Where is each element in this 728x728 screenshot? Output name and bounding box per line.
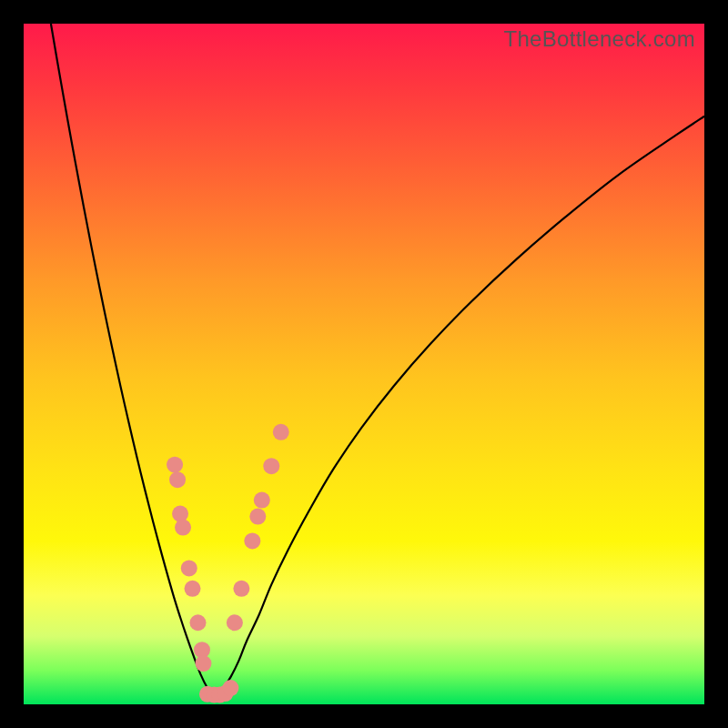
data-marker [244,532,260,549]
data-marker [189,614,206,631]
data-markers [167,424,289,703]
data-marker [273,424,289,440]
data-marker [175,520,191,536]
left-curve [51,24,215,698]
data-marker [195,655,211,672]
plot-area: TheBottleneck.com [24,24,704,704]
chart-svg [24,24,704,704]
data-marker [254,492,270,509]
data-marker [185,581,201,597]
chart-frame: TheBottleneck.com [0,0,728,728]
data-marker [222,680,238,696]
data-marker [169,471,186,488]
data-marker [249,509,266,525]
data-marker [263,458,279,474]
data-marker [227,614,243,631]
data-marker [172,506,188,522]
right-curve [214,116,704,698]
data-marker [167,457,183,473]
data-marker [233,581,249,597]
data-marker [181,560,197,576]
